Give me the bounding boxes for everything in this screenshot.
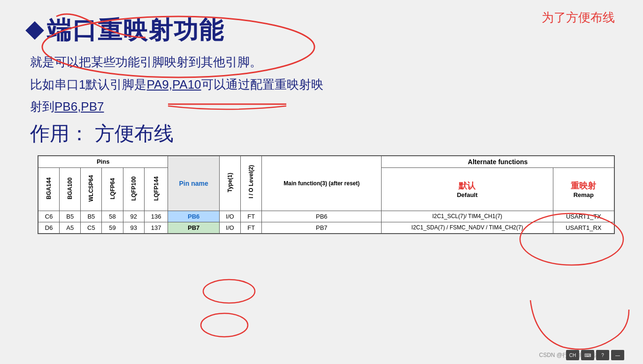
header-type-rotated: Type(1) (226, 164, 234, 201)
remap-label-zh: 重映射 (556, 180, 611, 191)
header-lqfp100: LQFP100 (123, 167, 144, 211)
subtitle-pb6-pb7: PB6,PB7 (54, 99, 104, 114)
default-label-en: Default (384, 191, 550, 198)
subtitle-line3-text: 射到 (30, 99, 54, 114)
header-bga144: BGA144 (38, 167, 60, 211)
header-pins: Pins (38, 156, 168, 167)
row1-lqfp100: 92 (123, 211, 144, 222)
row1-remap: USART1_TX (553, 211, 614, 222)
subtitle-pa9-pa10: PA9,PA10 (146, 77, 201, 91)
header-pin-name: Pin name (168, 156, 220, 211)
header-wlcsp64: WLCSP64 (81, 167, 102, 211)
row1-pin-name: PB6 (168, 211, 220, 222)
header-alternate-functions: Alternate functions (382, 156, 614, 167)
svg-point-2 (203, 280, 255, 303)
header-default: 默认 Default (382, 167, 553, 211)
header-io-level: I / O Level(2) (241, 156, 262, 211)
row1-type: I/O (219, 211, 240, 222)
remap-label-en: Remap (556, 191, 611, 198)
wlcsp64-label: WLCSP64 (87, 170, 95, 207)
pin-table: Pins Pin name Type(1) I / O Level(2) Mai… (38, 156, 614, 234)
action-label: 作用： 方便布线 (30, 121, 624, 147)
row1-bga100: B5 (60, 211, 81, 222)
row2-default: I2C1_SDA(7) / FSMC_NADV / TIM4_CH2(7) (382, 222, 553, 233)
row1-wlcsp64: B5 (81, 211, 102, 222)
row2-pin-name: PB7 (168, 222, 220, 233)
row2-io-level: FT (241, 222, 262, 233)
bga144-label: BGA144 (45, 170, 53, 207)
pin-table-container: Pins Pin name Type(1) I / O Level(2) Mai… (38, 155, 615, 234)
default-label-zh: 默认 (384, 180, 550, 191)
header-lqfp144: LQFP144 (144, 167, 168, 211)
row2-type: I/O (219, 222, 240, 233)
main-title: 端口重映射功能 (47, 14, 224, 47)
title-row: 端口重映射功能 (28, 14, 624, 47)
row1-bga144: C6 (38, 211, 60, 222)
row1-default: I2C1_SCL(7)/ TIM4_CH1(7) (382, 211, 553, 222)
diamond-icon (25, 21, 44, 40)
row1-io-level: FT (241, 211, 262, 222)
header-lqfp64: LQFP64 (102, 167, 123, 211)
subtitle-line3: 射到PB6,PB7 (30, 97, 624, 117)
subtitle-line2: 比如串口1默认引脚是PA9,PA10可以通过配置重映射映 (30, 75, 624, 95)
row2-lqfp64: 59 (102, 222, 123, 233)
row2-bga144: D6 (38, 222, 60, 233)
toolbar-keyboard-btn[interactable]: ⌨ (581, 350, 594, 360)
row2-bga100: A5 (60, 222, 81, 233)
subtitle-line2-prefix: 比如串口1默认引脚是 (30, 77, 146, 91)
subtitle-line1: 就是可以把某些功能引脚映射到其他引脚。 (30, 53, 624, 72)
subtitle-line2-suffix: 可以通过配置重映射映 (201, 77, 323, 91)
main-content: 为了方便布线 端口重映射功能 就是可以把某些功能引脚映射到其他引脚。 比如串口1… (0, 0, 643, 243)
bottom-toolbar: CH ⌨ ? — (566, 350, 624, 360)
row2-lqfp100: 93 (123, 222, 144, 233)
header-bga100: BGA100 (60, 167, 81, 211)
row2-remap: USART1_RX (553, 222, 614, 233)
svg-point-3 (201, 313, 248, 337)
header-remap: 重映射 Remap (553, 167, 614, 211)
lqfp144-label: LQFP144 (152, 170, 161, 207)
row1-lqfp144: 136 (144, 211, 168, 222)
row2-main-function: PB7 (262, 222, 382, 233)
row1-main-function: PB6 (262, 211, 382, 222)
table-row: C6 B5 B5 58 92 136 PB6 I/O FT PB6 I2C1_S… (38, 211, 614, 222)
toolbar-help-btn[interactable]: ? (596, 350, 609, 360)
row2-lqfp144: 137 (144, 222, 168, 233)
toolbar-ch-btn[interactable]: CH (566, 350, 579, 360)
table-row: D6 A5 C5 59 93 137 PB7 I/O FT PB7 I2C1_S… (38, 222, 614, 233)
header-type: Type(1) (219, 156, 240, 211)
header-main-function: Main function(3) (after reset) (262, 156, 382, 211)
row2-wlcsp64: C5 (81, 222, 102, 233)
bga100-label: BGA100 (66, 170, 74, 207)
toolbar-close-btn[interactable]: — (611, 350, 624, 360)
lqfp100-label: LQFP100 (130, 170, 138, 207)
header-io-level-rotated: I / O Level(2) (247, 164, 255, 201)
row1-lqfp64: 58 (102, 211, 123, 222)
lqfp64-label: LQFP64 (108, 170, 117, 207)
